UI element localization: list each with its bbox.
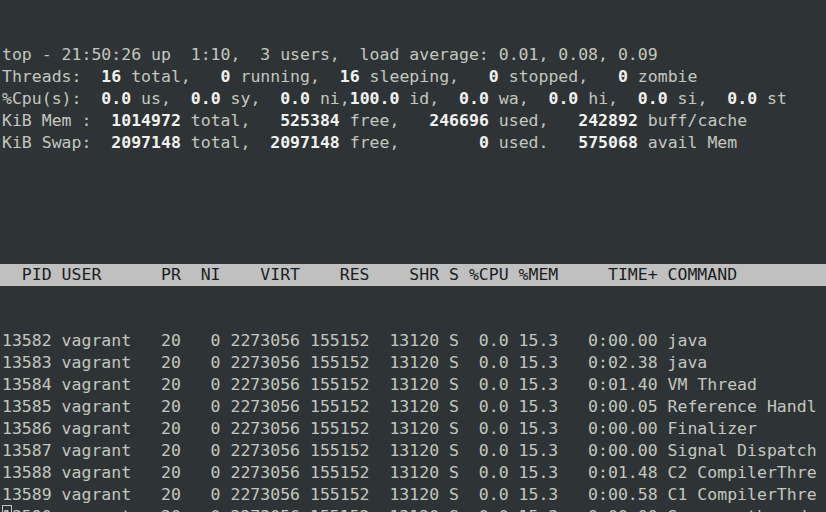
process-row: 13584 vagrant 20 0 2273056 155152 13120 …	[2, 374, 826, 396]
process-row: 13587 vagrant 20 0 2273056 155152 13120 …	[2, 440, 826, 462]
terminal-cursor	[2, 505, 12, 512]
column-header-row: PID USER PR NI VIRT RES SHR S %CPU %MEM …	[0, 264, 826, 286]
summary-line: KiB Swap: 2097148 total, 2097148 free, 0…	[2, 132, 826, 154]
terminal-screen[interactable]: top - 21:50:26 up 1:10, 3 users, load av…	[0, 0, 826, 512]
summary-line: top - 21:50:26 up 1:10, 3 users, load av…	[2, 44, 826, 66]
process-row: 13583 vagrant 20 0 2273056 155152 13120 …	[2, 352, 826, 374]
summary-line: Threads: 16 total, 0 running, 16 sleepin…	[2, 66, 826, 88]
process-row: 13586 vagrant 20 0 2273056 155152 13120 …	[2, 418, 826, 440]
process-row: 13588 vagrant 20 0 2273056 155152 13120 …	[2, 462, 826, 484]
process-row: 13585 vagrant 20 0 2273056 155152 13120 …	[2, 396, 826, 418]
process-row: 13589 vagrant 20 0 2273056 155152 13120 …	[2, 484, 826, 506]
summary-line: %Cpu(s): 0.0 us, 0.0 sy, 0.0 ni,100.0 id…	[2, 88, 826, 110]
summary-line: KiB Mem : 1014972 total, 525384 free, 24…	[2, 110, 826, 132]
process-row: 13590 vagrant 20 0 2273056 155152 13120 …	[2, 506, 826, 512]
summary-lines: top - 21:50:26 up 1:10, 3 users, load av…	[2, 44, 826, 154]
process-rows: 13582 vagrant 20 0 2273056 155152 13120 …	[2, 330, 826, 512]
blank-line	[2, 198, 826, 220]
process-row: 13582 vagrant 20 0 2273056 155152 13120 …	[2, 330, 826, 352]
